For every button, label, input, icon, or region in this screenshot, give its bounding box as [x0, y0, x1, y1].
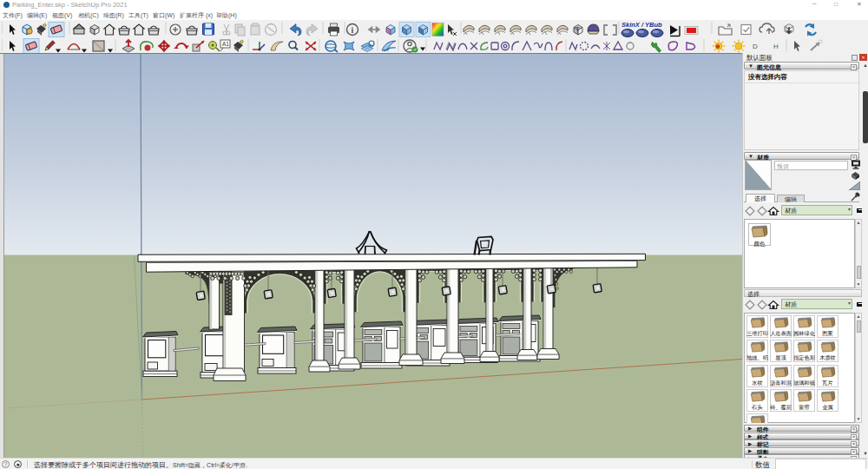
svg-text:H: H: [773, 43, 779, 50]
svg-text:i: i: [352, 25, 354, 35]
svg-text:D: D: [753, 43, 758, 50]
svg-text:T: T: [575, 25, 580, 33]
svg-text:A1: A1: [222, 41, 229, 47]
svg-text:SkinX / YBub: SkinX / YBub: [621, 21, 662, 29]
